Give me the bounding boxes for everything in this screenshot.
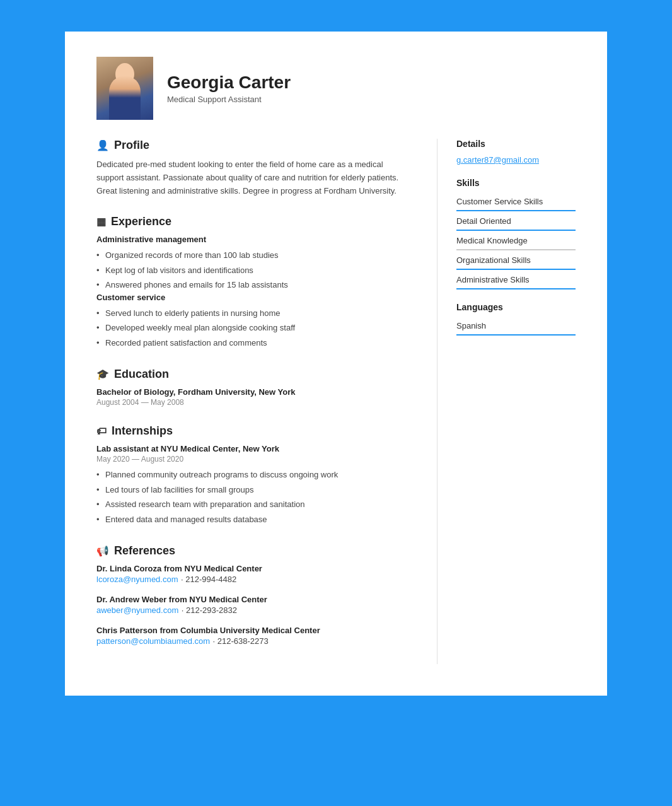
role-admin: Administrative management — [96, 235, 412, 244]
left-column: 👤 Profile Dedicated pre-med student look… — [96, 139, 437, 664]
internships-section: 🏷 Internships Lab assistant at NYU Medic… — [96, 424, 412, 527]
reference-1-name: Dr. Linda Coroza from NYU Medical Center — [96, 564, 412, 573]
reference-2-email[interactable]: aweber@nyumed.com — [96, 605, 178, 615]
resume-container: Georgia Carter Medical Support Assistant… — [65, 32, 607, 696]
reference-2: Dr. Andrew Weber from NYU Medical Center… — [96, 595, 412, 616]
admin-bullet-1: Organized records of more than 100 lab s… — [96, 248, 412, 263]
customer-bullets: Served lunch to elderly patients in nurs… — [96, 306, 412, 351]
internship-bullet-1: Planned community outreach programs to d… — [96, 467, 412, 482]
reference-3-email[interactable]: patterson@columbiaumed.com — [96, 636, 210, 646]
profile-section-title: 👤 Profile — [96, 139, 412, 152]
language-1: Spanish — [456, 317, 576, 336]
profile-section: 👤 Profile Dedicated pre-med student look… — [96, 139, 412, 197]
reference-1-email[interactable]: lcoroza@nyumed.com — [96, 575, 178, 584]
avatar — [96, 57, 153, 120]
languages-section: Languages Spanish — [456, 302, 576, 336]
email-link[interactable]: g.carter87@gmail.com — [456, 155, 539, 165]
reference-1-contact: lcoroza@nyumed.com · 212-994-4482 — [96, 573, 412, 585]
internship-bullet-4: Entered data and managed results databas… — [96, 512, 412, 527]
skill-5: Administrative Skills — [456, 271, 576, 289]
education-section: 🎓 Education Bachelor of Biology, Fordham… — [96, 368, 412, 407]
internship-bullet-2: Led tours of lab facilities for small gr… — [96, 482, 412, 498]
right-column: Details g.carter87@gmail.com Skills Cust… — [437, 139, 576, 664]
candidate-name: Georgia Carter — [167, 73, 291, 93]
customer-bullet-2: Developed weekly meal plan alongside coo… — [96, 320, 412, 336]
experience-section-title: ▦ Experience — [96, 215, 412, 228]
internships-icon: 🏷 — [96, 426, 107, 437]
internship-bullet-3: Assisted research team with preparation … — [96, 497, 412, 512]
skills-section: Skills Customer Service Skills Detail Or… — [456, 178, 576, 289]
main-content: 👤 Profile Dedicated pre-med student look… — [96, 139, 576, 664]
reference-3-contact: patterson@columbiaumed.com · 212-638-227… — [96, 635, 412, 646]
reference-3-phone: · 212-638-2273 — [213, 636, 269, 646]
education-degree: Bachelor of Biology, Fordham University,… — [96, 387, 412, 397]
skill-1: Customer Service Skills — [456, 193, 576, 211]
reference-3-name: Chris Patterson from Columbia University… — [96, 626, 412, 635]
admin-bullet-3: Answered phones and emails for 15 lab as… — [96, 277, 412, 293]
details-section: Details g.carter87@gmail.com — [456, 139, 576, 165]
skill-3: Medical Knowledge — [456, 232, 576, 250]
skills-title: Skills — [456, 178, 576, 188]
header-info: Georgia Carter Medical Support Assistant — [167, 73, 291, 104]
education-section-title: 🎓 Education — [96, 368, 412, 381]
role-customer: Customer service — [96, 293, 412, 302]
reference-2-phone: · 212-293-2832 — [182, 605, 237, 615]
references-section: 📢 References Dr. Linda Coroza from NYU M… — [96, 544, 412, 646]
internship-date-1: May 2020 — August 2020 — [96, 455, 412, 464]
internship-bullets: Planned community outreach programs to d… — [96, 467, 412, 527]
profile-text: Dedicated pre-med student looking to ent… — [96, 158, 412, 197]
reference-2-contact: aweber@nyumed.com · 212-293-2832 — [96, 604, 412, 616]
customer-bullet-1: Served lunch to elderly patients in nurs… — [96, 306, 412, 321]
reference-2-name: Dr. Andrew Weber from NYU Medical Center — [96, 595, 412, 604]
customer-bullet-3: Recorded patient satisfaction and commen… — [96, 336, 412, 351]
reference-1-phone: · 212-994-4482 — [181, 575, 236, 584]
admin-bullet-2: Kept log of lab visitors and identificat… — [96, 263, 412, 278]
candidate-title: Medical Support Assistant — [167, 95, 291, 104]
experience-section: ▦ Experience Administrative management O… — [96, 215, 412, 350]
education-date: August 2004 — May 2008 — [96, 398, 412, 407]
experience-icon: ▦ — [96, 216, 106, 228]
reference-1: Dr. Linda Coroza from NYU Medical Center… — [96, 564, 412, 585]
languages-title: Languages — [456, 302, 576, 312]
profile-icon: 👤 — [96, 139, 109, 151]
references-section-title: 📢 References — [96, 544, 412, 558]
skill-2: Detail Oriented — [456, 213, 576, 231]
internships-section-title: 🏷 Internships — [96, 424, 412, 438]
references-icon: 📢 — [96, 545, 109, 557]
details-title: Details — [456, 139, 576, 149]
skill-4: Organizational Skills — [456, 252, 576, 270]
internship-title-1: Lab assistant at NYU Medical Center, New… — [96, 444, 412, 453]
header: Georgia Carter Medical Support Assistant — [96, 57, 576, 120]
education-icon: 🎓 — [96, 368, 109, 380]
reference-3: Chris Patterson from Columbia University… — [96, 626, 412, 646]
experience-role-2: Customer service Served lunch to elderly… — [96, 293, 412, 351]
experience-role-1: Administrative management Organized reco… — [96, 235, 412, 293]
admin-bullets: Organized records of more than 100 lab s… — [96, 248, 412, 293]
